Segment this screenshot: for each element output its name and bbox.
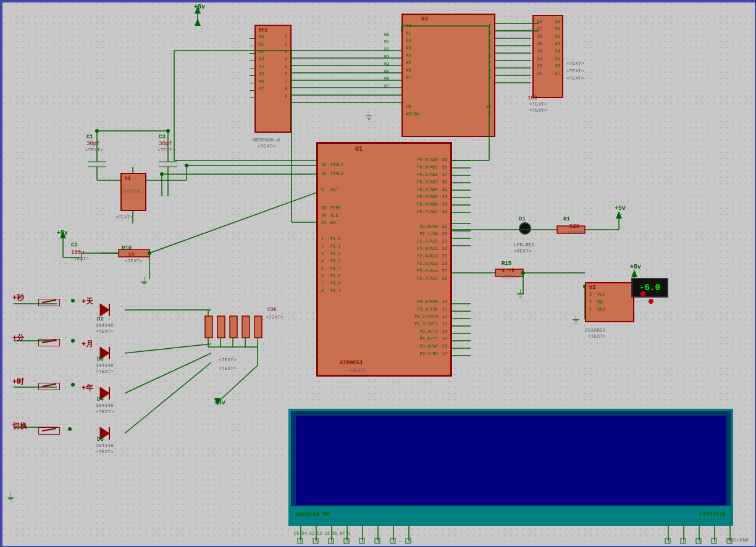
seg-resistor-label: 10k xyxy=(527,95,537,101)
junction-min xyxy=(71,339,75,343)
d2-label: D2 xyxy=(97,316,104,322)
svg-rect-153 xyxy=(359,538,364,543)
lcd-bottom-right-text: 12345678 xyxy=(699,512,726,518)
version-label: VCC/GND xyxy=(728,537,749,543)
svg-rect-100 xyxy=(242,316,250,338)
c3-sub: <TEXT> xyxy=(158,147,175,152)
r15-sub: <TEXT> xyxy=(502,274,519,280)
r10-label: R10 xyxy=(122,245,132,251)
plus-month-label: +月 xyxy=(82,339,93,349)
crystal-x1: X1 CRYSTAL xyxy=(120,173,146,211)
svg-rect-160 xyxy=(712,538,716,543)
c3-label: C3 xyxy=(159,134,166,140)
mcu-sub-label: <TEXT> xyxy=(349,367,367,373)
rp1-type-label: RESPACK-8 xyxy=(253,137,280,143)
svg-text:⏚: ⏚ xyxy=(573,313,579,325)
svg-line-94 xyxy=(125,344,211,353)
switch-toggle-label: 切换 xyxy=(12,421,27,432)
svg-text:+5v: +5v xyxy=(57,230,68,236)
pullup-sub: <TEXT> xyxy=(266,314,284,320)
svg-marker-1 xyxy=(195,6,201,14)
seg-text-label: <TEXT> xyxy=(529,101,547,107)
seg-connector: 18 S0 17 S1 16 S2 15 S3 14 S4 13 S5 12 S… xyxy=(532,15,563,98)
u2-type-label: DS18B20 xyxy=(585,327,606,333)
d3-sub: <TEXT> xyxy=(96,369,114,374)
junction-sec xyxy=(71,299,75,303)
svg-text:⏚: ⏚ xyxy=(517,287,524,299)
plus-min-label: +分 xyxy=(12,333,24,343)
d3-type: 1N4148 xyxy=(96,362,114,368)
svg-text:⏚: ⏚ xyxy=(7,491,14,503)
svg-rect-158 xyxy=(681,538,686,543)
u3-name: U3 xyxy=(421,16,428,22)
svg-point-116 xyxy=(160,172,164,176)
svg-point-117 xyxy=(95,129,99,133)
svg-point-64 xyxy=(519,223,531,234)
pullup-label: 10k xyxy=(267,307,277,313)
d4-label: D4 xyxy=(97,396,104,403)
plus-hour-label: +时 xyxy=(12,377,24,387)
svg-text:+5v: +5v xyxy=(194,4,205,10)
s6-text: <TEXT> xyxy=(566,75,584,81)
mcu-name: U1 xyxy=(355,146,363,152)
crystal-sub-label: <TEXT> xyxy=(116,214,133,220)
r1-label: R1 xyxy=(563,216,570,222)
c1-sub: <TEXT> xyxy=(85,147,103,152)
d4-sub: <TEXT> xyxy=(96,409,114,414)
switch-sec[interactable] xyxy=(38,299,60,306)
lcd-bottom-left-text: ABCDEFG DP xyxy=(296,512,329,518)
svg-rect-152 xyxy=(344,538,349,543)
r15-value: 4.7k xyxy=(502,268,515,274)
mcu-type-label: AT89C51 xyxy=(340,360,363,366)
d1-sub: <TEXT> xyxy=(514,248,532,254)
c2-label: C2 xyxy=(71,242,78,248)
lcd-pin-row: S5 S4 S3 S2 S1 S0 DP G xyxy=(294,531,350,536)
svg-marker-70 xyxy=(616,211,622,219)
svg-rect-97 xyxy=(205,316,212,338)
svg-marker-114 xyxy=(214,398,220,406)
svg-text:⏚: ⏚ xyxy=(366,109,372,122)
d2-sub: <TEXT> xyxy=(96,328,114,334)
d5-label: D5 xyxy=(97,436,104,443)
svg-rect-155 xyxy=(390,538,395,543)
lcd-bottom-bar: ABCDEFG DP 12345678 xyxy=(291,506,731,524)
svg-rect-154 xyxy=(375,538,380,543)
svg-rect-157 xyxy=(665,538,670,543)
svg-point-119 xyxy=(148,251,151,255)
svg-point-120 xyxy=(521,271,525,275)
ds18b20-red-dot2 xyxy=(649,299,653,304)
svg-point-118 xyxy=(166,129,170,133)
d5-type: 1N4148 xyxy=(96,443,114,448)
plus-day-label: +天 xyxy=(82,296,93,307)
u3-chip: U3 A0 2 A1 3 A2 4 A3 5 A4 6 A5 7 A6 8 A7… xyxy=(401,14,495,137)
svg-line-40 xyxy=(149,193,316,253)
svg-marker-133 xyxy=(60,231,66,238)
d2-type: 1N4148 xyxy=(96,322,114,328)
svg-rect-101 xyxy=(254,316,262,338)
svg-rect-99 xyxy=(230,316,237,338)
c2-value: 100u xyxy=(71,249,85,256)
svg-rect-156 xyxy=(406,538,411,543)
svg-text:+5v: +5v xyxy=(615,205,626,212)
switch-toggle[interactable] xyxy=(38,427,60,435)
svg-rect-98 xyxy=(217,316,225,338)
junction-hour xyxy=(71,383,75,386)
c2-sub: <TEXT> xyxy=(71,256,89,261)
switch-min[interactable] xyxy=(38,339,60,346)
svg-line-113 xyxy=(217,365,258,403)
plus-year-label: +年 xyxy=(82,383,93,393)
svg-text:+5v: +5v xyxy=(214,399,225,406)
r15-label: R15 xyxy=(502,261,511,267)
r10-value: 1k xyxy=(128,252,135,258)
plus-sec-label: +秒 xyxy=(12,293,24,303)
svg-point-115 xyxy=(185,164,188,167)
svg-text:+5v: +5v xyxy=(630,264,641,270)
d4-type: 1N4148 xyxy=(96,403,114,408)
rp1-sub-label: <TEXT> xyxy=(258,143,275,149)
d3-label: D3 xyxy=(97,356,104,362)
switch-hour[interactable] xyxy=(38,383,60,390)
r1-sub: <TEXT> xyxy=(568,230,586,235)
svg-rect-149 xyxy=(298,538,303,543)
svg-marker-80 xyxy=(631,270,637,277)
digital-display: -6.0 xyxy=(631,278,668,298)
